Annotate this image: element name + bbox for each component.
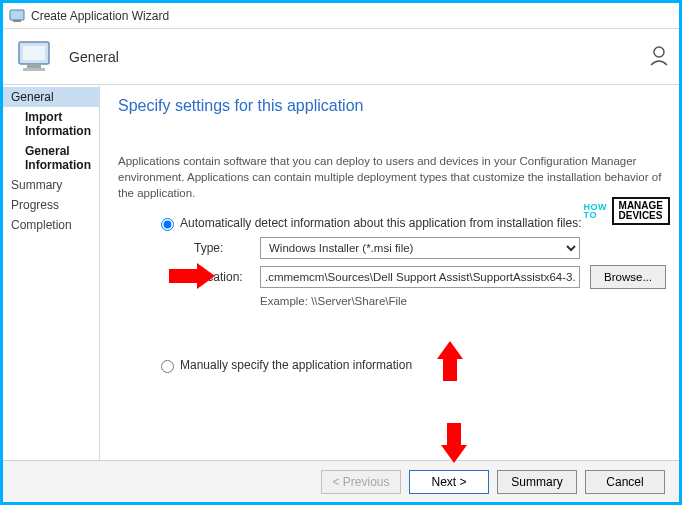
- sidebar-item-progress[interactable]: Progress: [3, 195, 99, 215]
- sidebar: General Import Information General Infor…: [3, 85, 100, 460]
- location-label: Location:: [194, 270, 260, 284]
- location-example: Example: \\Server\Share\File: [260, 295, 666, 307]
- header-pane: General: [3, 29, 679, 85]
- svg-rect-3: [23, 46, 45, 60]
- wizard-icon: [15, 36, 57, 78]
- body-pane: General Import Information General Infor…: [3, 85, 679, 460]
- svg-rect-4: [27, 64, 41, 68]
- app-icon: [9, 8, 25, 24]
- sidebar-item-general[interactable]: General: [3, 87, 99, 107]
- window-title: Create Application Wizard: [31, 9, 169, 23]
- footer-buttons: < Previous Next > Summary Cancel: [3, 460, 679, 502]
- type-row: Type: Windows Installer (*.msi file): [194, 237, 666, 259]
- sidebar-item-completion[interactable]: Completion: [3, 215, 99, 235]
- radio-manual-row: Manually specify the application informa…: [156, 357, 666, 373]
- page-description: Applications contain software that you c…: [118, 153, 666, 201]
- radio-manual-label: Manually specify the application informa…: [180, 358, 412, 372]
- sidebar-item-summary[interactable]: Summary: [3, 175, 99, 195]
- type-select[interactable]: Windows Installer (*.msi file): [260, 237, 580, 259]
- summary-button[interactable]: Summary: [497, 470, 577, 494]
- svg-rect-5: [23, 68, 45, 71]
- header-title: General: [69, 49, 119, 65]
- cancel-button[interactable]: Cancel: [585, 470, 665, 494]
- previous-button: < Previous: [321, 470, 401, 494]
- svg-rect-0: [10, 10, 24, 20]
- type-label: Type:: [194, 241, 260, 255]
- browse-button[interactable]: Browse...: [590, 265, 666, 289]
- radio-auto-detect-row: Automatically detect information about t…: [156, 215, 666, 231]
- radio-auto-detect-label: Automatically detect information about t…: [180, 216, 582, 230]
- sidebar-item-general-information[interactable]: General Information: [3, 141, 99, 175]
- location-row: Location: Browse...: [194, 265, 666, 289]
- radio-auto-detect[interactable]: [161, 218, 174, 231]
- svg-point-6: [654, 47, 664, 57]
- radio-manual[interactable]: [161, 360, 174, 373]
- main-content: Specify settings for this application Ap…: [100, 85, 682, 460]
- location-input[interactable]: [260, 266, 580, 288]
- svg-rect-1: [13, 20, 21, 22]
- sidebar-item-import-information[interactable]: Import Information: [3, 107, 99, 141]
- page-heading: Specify settings for this application: [118, 97, 666, 115]
- next-button[interactable]: Next >: [409, 470, 489, 494]
- title-bar: Create Application Wizard: [3, 3, 679, 29]
- user-icon: [649, 45, 671, 71]
